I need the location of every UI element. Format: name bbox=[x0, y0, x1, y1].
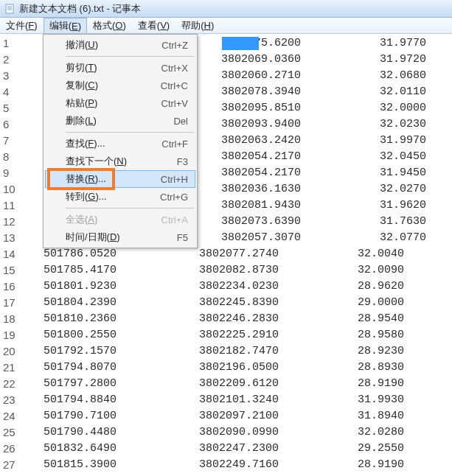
cell-col3: 28.9540 bbox=[301, 311, 411, 327]
cell-col2: 3802090.0990 bbox=[139, 424, 301, 441]
menu-item-label: 删除(L) bbox=[66, 114, 148, 127]
cell-col2: 3802225.2910 bbox=[139, 327, 301, 343]
cell-col2: 3802082.8730 bbox=[139, 262, 301, 279]
cell-col3: 28.8930 bbox=[301, 360, 411, 376]
menu-item-label: 替换(R)... bbox=[66, 172, 148, 186]
menu-item-shortcut: Ctrl+X bbox=[148, 63, 188, 74]
cell-col3: 32.0110 bbox=[323, 84, 434, 100]
line-number: 7 bbox=[0, 133, 21, 149]
cell-col3: 28.9580 bbox=[301, 327, 411, 343]
menu-item-全选: 全选(A)Ctrl+A bbox=[45, 211, 195, 228]
menu-item-替换[interactable]: 替换(R)...Ctrl+H bbox=[45, 170, 195, 188]
cell-col3: 32.0280 bbox=[301, 424, 411, 441]
cell-col2: 3802246.2830 bbox=[139, 311, 301, 327]
line-number: 17 bbox=[0, 295, 21, 311]
menu-item-shortcut: Ctrl+V bbox=[148, 98, 188, 109]
cell-col1: 501794.8840 bbox=[21, 392, 139, 408]
menu-item-shortcut: Ctrl+G bbox=[148, 192, 188, 203]
cell-col3: 32.0450 bbox=[323, 149, 434, 165]
cell-col2: 3802245.8390 bbox=[139, 295, 301, 311]
cell-col3: 32.0270 bbox=[323, 181, 434, 197]
menu-item-查找[interactable]: 查找(F)...Ctrl+F bbox=[45, 135, 195, 153]
cell-col3: 28.9190 bbox=[301, 457, 411, 473]
menu-item-删除[interactable]: 删除(L)Del bbox=[45, 112, 195, 130]
menu-item-label: 全选(A) bbox=[66, 213, 148, 226]
table-row: 501794.80703802196.050028.8930 bbox=[21, 360, 452, 376]
line-number: 4 bbox=[0, 84, 21, 100]
menu-item-撤消[interactable]: 撤消(U)Ctrl+Z bbox=[45, 36, 195, 54]
line-number: 1 bbox=[0, 35, 21, 52]
menu-item-label: 剪切(T) bbox=[66, 61, 148, 74]
menu-item-shortcut: F5 bbox=[148, 232, 188, 243]
cell-col1: 501792.1570 bbox=[21, 343, 139, 360]
cell-col3: 31.9770 bbox=[323, 35, 434, 52]
cell-col1: 501810.2360 bbox=[21, 311, 139, 327]
menu-item-粘贴[interactable]: 粘贴(P)Ctrl+V bbox=[45, 94, 195, 112]
cell-col1: 501832.6490 bbox=[21, 441, 139, 457]
notepad-icon bbox=[4, 3, 16, 15]
table-row: 501800.25503802225.291028.9580 bbox=[21, 327, 452, 343]
line-number: 15 bbox=[0, 262, 21, 279]
menu-格式[interactable]: 格式(O) bbox=[87, 18, 132, 33]
cell-col1: 501794.8070 bbox=[21, 360, 139, 376]
menu-帮助[interactable]: 帮助(H) bbox=[175, 18, 220, 33]
cell-col3: 28.9190 bbox=[301, 376, 411, 392]
line-number: 2 bbox=[0, 52, 21, 68]
line-number: 8 bbox=[0, 149, 21, 165]
line-number: 5 bbox=[0, 100, 21, 116]
cell-col3: 32.0040 bbox=[301, 246, 411, 262]
cell-col1: 501790.4480 bbox=[21, 424, 139, 441]
cell-col3: 32.0000 bbox=[323, 100, 434, 116]
cell-col2: 3802249.7160 bbox=[139, 457, 301, 473]
line-numbers: 1234567891011121314151617181920212223242… bbox=[0, 34, 21, 473]
line-number: 3 bbox=[0, 68, 21, 84]
menu-item-shortcut: Ctrl+Z bbox=[148, 40, 188, 51]
line-number: 9 bbox=[0, 165, 21, 181]
cell-col3: 31.9720 bbox=[323, 52, 434, 68]
cell-col1: 501815.3900 bbox=[21, 457, 139, 473]
line-number: 27 bbox=[0, 457, 21, 473]
cell-col2: 3802097.2100 bbox=[139, 408, 301, 424]
table-row: 501815.39003802249.716028.9190 bbox=[21, 457, 452, 473]
line-number: 25 bbox=[0, 424, 21, 441]
table-row: 501785.41703802082.873032.0090 bbox=[21, 262, 452, 279]
window-title: 新建文本文档 (6).txt - 记事本 bbox=[19, 2, 141, 15]
cell-col3: 31.7630 bbox=[323, 214, 434, 230]
cell-col1: 501786.0520 bbox=[21, 246, 139, 262]
menu-separator bbox=[66, 56, 194, 57]
menu-item-时间/日期[interactable]: 时间/日期(D)F5 bbox=[45, 228, 195, 246]
line-number: 16 bbox=[0, 279, 21, 295]
menu-item-转到[interactable]: 转到(G)...Ctrl+G bbox=[45, 188, 195, 206]
table-row: 501810.23603802246.283028.9540 bbox=[21, 311, 452, 327]
menu-item-shortcut: Ctrl+F bbox=[148, 139, 188, 150]
menu-查看[interactable]: 查看(V) bbox=[132, 18, 175, 33]
menu-separator bbox=[66, 208, 194, 209]
line-number: 13 bbox=[0, 230, 21, 246]
menu-item-shortcut: Ctrl+H bbox=[148, 174, 188, 185]
line-number: 24 bbox=[0, 408, 21, 424]
cell-col3: 32.0770 bbox=[323, 230, 434, 246]
line-number: 19 bbox=[0, 327, 21, 343]
table-row: 501804.23903802245.839029.0000 bbox=[21, 295, 452, 311]
menu-item-剪切[interactable]: 剪切(T)Ctrl+X bbox=[45, 59, 195, 77]
table-row: 501794.88403802101.324031.9930 bbox=[21, 392, 452, 408]
cell-col3: 31.9970 bbox=[323, 133, 434, 149]
cell-col2: 3802247.2300 bbox=[139, 441, 301, 457]
menu-文件[interactable]: 文件(F) bbox=[0, 18, 44, 33]
cell-col3: 31.9450 bbox=[323, 165, 434, 181]
cell-col2: 3802234.0230 bbox=[139, 279, 301, 295]
titlebar: 新建文本文档 (6).txt - 记事本 bbox=[0, 0, 452, 18]
menu-item-查找下一个[interactable]: 查找下一个(N)F3 bbox=[45, 153, 195, 170]
cell-col3: 31.9930 bbox=[301, 392, 411, 408]
menu-item-label: 查找(F)... bbox=[66, 137, 148, 150]
menu-编辑[interactable]: 编辑(E) bbox=[44, 18, 87, 33]
line-number: 18 bbox=[0, 311, 21, 327]
menu-item-label: 粘贴(P) bbox=[66, 97, 148, 110]
menu-item-复制[interactable]: 复制(C)Ctrl+C bbox=[45, 77, 195, 94]
cell-col1: 501797.2800 bbox=[21, 376, 139, 392]
menu-item-label: 复制(C) bbox=[66, 79, 148, 92]
table-row: 501797.28003802209.612028.9190 bbox=[21, 376, 452, 392]
cell-col3: 28.9230 bbox=[301, 343, 411, 360]
menu-item-shortcut: F3 bbox=[148, 156, 188, 167]
cell-col3: 29.2550 bbox=[301, 441, 411, 457]
